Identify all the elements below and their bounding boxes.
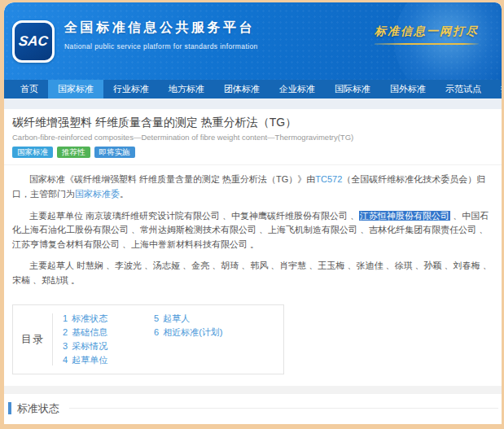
drafters-paragraph: 主要起草人 时慧娴 、李波光 、汤志娅 、金亮 、胡琦 、韩风 、肖宇慧 、王玉…	[12, 259, 493, 287]
toc-item-similar-standards[interactable]: 6相近标准(计划)	[154, 326, 222, 339]
table-of-contents: 目录 1标准状态 2基础信息 3采标情况 4起草单位 5起草人 6相近标准(计划…	[12, 304, 284, 374]
badge-national-standard: 国家标准	[12, 147, 53, 158]
status-section-header: 标准状态	[4, 401, 502, 416]
nav-content-gap	[4, 98, 502, 109]
badge-upcoming-implementation: 即将实施	[94, 147, 135, 158]
standard-title-cn: 碳纤维增强塑料 纤维质量含量的测定 热重分析法（TG）	[12, 116, 493, 130]
nav-item-group-standards[interactable]: 团体标准	[214, 80, 270, 98]
drafters-label: 主要起草人	[29, 260, 77, 270]
section-accent-bar	[8, 402, 11, 414]
drafters-names: 时慧娴 、李波光 、汤志娅 、金亮 、胡琦 、韩风 、肖宇慧 、王玉梅 、张迪佳…	[12, 260, 492, 285]
nav-item-local-standards[interactable]: 地方标准	[159, 80, 214, 98]
badge-recommended: 推荐性	[57, 147, 90, 158]
main-nav: 首页 国家标准 行业标准 地方标准 团体标准 企业标准 国际标准 国外标准 示范…	[4, 80, 502, 98]
section-separator-band	[4, 386, 502, 394]
section-rule	[69, 408, 498, 409]
nav-item-industry-standards[interactable]: 行业标准	[103, 80, 159, 98]
tc572-link[interactable]: TC572	[315, 174, 342, 184]
site-header: SAC 全国标准信息公共服务平台 National public service…	[4, 2, 502, 80]
toc-item-drafters[interactable]: 5起草人	[154, 312, 222, 326]
toc-label: 目录	[13, 305, 52, 374]
intro-text-3: 。	[120, 189, 129, 199]
sac-logo-text: SAC	[18, 33, 49, 50]
drafting-units-label: 主要起草单位	[29, 211, 85, 221]
sac-logo[interactable]: SAC	[12, 20, 55, 63]
status-timeline: 发布于 2024-08-23 实施于 2025-03-01 废止	[11, 421, 495, 424]
nav-item-national-standards[interactable]: 国家标准	[48, 80, 103, 98]
toc-item-adoption-status[interactable]: 3采标情况	[63, 339, 154, 353]
standard-badges: 国家标准 推荐性 即将实施	[12, 147, 493, 158]
nav-item-international-standards[interactable]: 国际标准	[325, 80, 380, 98]
site-title: 全国标准信息公共服务平台	[64, 20, 258, 37]
nav-item-home[interactable]: 首页	[11, 80, 48, 98]
nav-item-foreign-standards[interactable]: 国外标准	[380, 80, 436, 98]
nav-item-enterprise-standards[interactable]: 企业标准	[270, 80, 325, 98]
toc-columns: 1标准状态 2基础信息 3采标情况 4起草单位 5起草人 6相近标准(计划)	[53, 305, 222, 374]
site-subtitle: National public service platform for sta…	[64, 42, 258, 50]
toc-item-standard-status[interactable]: 1标准状态	[63, 312, 154, 326]
toc-item-drafting-units[interactable]: 4起草单位	[63, 353, 154, 367]
standard-title-en: Carbon-fibre-reinforced composites—Deter…	[12, 133, 493, 142]
main-content: 碳纤维增强塑料 纤维质量含量的测定 热重分析法（TG） Carbon-fibre…	[4, 116, 502, 374]
nav-item-technical-committee[interactable]: 技术委员会	[491, 80, 502, 98]
site-title-block: 全国标准信息公共服务平台 National public service pla…	[64, 20, 258, 50]
toc-column-1: 1标准状态 2基础信息 3采标情况 4起草单位	[63, 312, 154, 367]
drafting-units-before: 南京玻璃纤维研究设计院有限公司 、中复神鹰碳纤维股份有限公司 、	[85, 211, 359, 221]
highlighted-company: 江苏恒神股份有限公司	[359, 211, 450, 221]
intro-text-1: 国家标准《碳纤维增强塑料 纤维质量含量的测定 热重分析法（TG）》由	[29, 174, 315, 184]
toc-item-basic-info[interactable]: 2基础信息	[63, 326, 154, 339]
authority-link[interactable]: 国家标准委	[75, 189, 120, 199]
status-section-title: 标准状态	[17, 401, 59, 416]
site-slogan: 标准信息一网打尽	[375, 24, 479, 45]
drafting-units-paragraph: 主要起草单位 南京玻璃纤维研究设计院有限公司 、中复神鹰碳纤维股份有限公司 、江…	[12, 209, 493, 252]
nav-item-pilot-demo[interactable]: 示范试点	[436, 80, 491, 98]
panel-separator	[4, 164, 502, 165]
page-container: SAC 全国标准信息公共服务平台 National public service…	[4, 2, 502, 424]
standard-intro-paragraph: 国家标准《碳纤维增强塑料 纤维质量含量的测定 热重分析法（TG）》由TC572（…	[12, 173, 493, 201]
toc-column-2: 5起草人 6相近标准(计划)	[154, 312, 222, 367]
